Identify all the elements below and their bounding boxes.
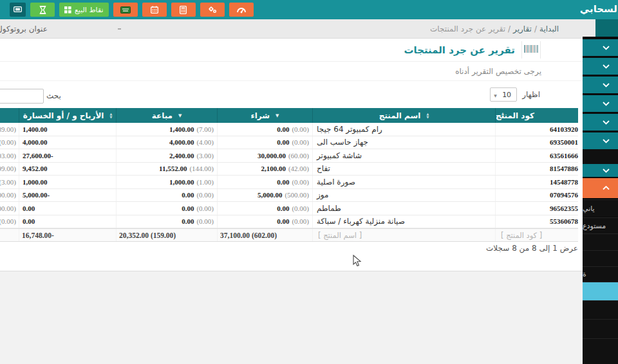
saudi-flag-button[interactable] (113, 3, 138, 17)
brand-name[interactable]: لسحابي (580, 3, 617, 15)
sidebar-item-5[interactable] (583, 114, 618, 131)
profit-value: 4,000.00 (23, 138, 48, 146)
table-row[interactable]: 07094576 موز 5,000.00(500.00) 0.00(0.00)… (0, 189, 578, 203)
product-code: 07094576 (500, 191, 578, 199)
submenu-item-4[interactable] (583, 250, 618, 266)
submenu-item-active[interactable] (583, 282, 618, 300)
chevron-down-icon (603, 102, 610, 106)
col-header-buy[interactable]: ▼ شراء (217, 108, 312, 123)
chevron-down-icon (603, 83, 610, 87)
sold-qty: (4.00) (196, 138, 214, 146)
sold-qty: (144.00) (189, 165, 214, 172)
buy-qty: (42.00) (288, 165, 309, 172)
submenu-item-8[interactable] (583, 338, 618, 364)
hourglass-button[interactable] (30, 3, 55, 17)
col-header-profit-loss[interactable]: ▲▼ الأرباح و / أو الخسارة (19, 108, 116, 123)
submenu-label-fragment: مستودع (583, 222, 606, 230)
buy-qty: (0.00) (292, 125, 309, 133)
toolbar: نقاط البيع (10, 3, 254, 17)
submenu-item-5[interactable]: ة (583, 266, 618, 282)
table-row[interactable]: 96562355 طماطم 0.00(0.00) 0.00(0.00) 0.0… (0, 202, 578, 215)
product-code: 69350001 (500, 138, 578, 146)
buy-value: 5,000.00 (258, 191, 283, 199)
sidebar-item-7[interactable] (583, 149, 618, 164)
sidebar-item-reports-expanded[interactable] (583, 178, 618, 198)
profit-value: 0.00 (23, 205, 35, 212)
col-header-clipped[interactable]: ▲▼ (0, 108, 19, 123)
col-header-label: مباعة (152, 111, 173, 120)
sold-value: 1,400.00 (169, 125, 194, 133)
breadcrumb-home-link[interactable]: البداية (539, 24, 559, 33)
sold-qty: (0.00) (196, 205, 214, 212)
clipped-value: 000.00) (0, 191, 16, 199)
table-row[interactable]: 81547886 تفاح 2,100.00(42.00) 11,552.00(… (0, 163, 578, 176)
sold-qty: (3.00) (196, 152, 214, 159)
buy-qty: (0.00) (292, 178, 309, 186)
show-entries-select[interactable]: ▼ 10 (490, 87, 517, 102)
product-code: 63561666 (500, 152, 578, 159)
table-row[interactable]: 55360678 صيانة منزلية كهرباء / سباكة 0.0… (0, 215, 578, 229)
sold-value: 11,552.00 (159, 165, 187, 172)
sold-value: 2,400.00 (169, 152, 194, 159)
col-header-label: الأرباح و / أو الخسارة (23, 111, 104, 120)
profit-value: 1,000.00 (23, 178, 48, 186)
sidebar-item-6[interactable] (583, 132, 618, 149)
col-header-sold[interactable]: ▼ مباعة (116, 108, 217, 123)
sort-icon: ▼ (276, 113, 279, 118)
sidebar: ياني مستودع ة (583, 37, 618, 364)
calendar-button[interactable] (142, 3, 167, 17)
col-header-label: اسم المنتج (379, 111, 421, 120)
buy-qty: (0.00) (292, 205, 309, 212)
breadcrumb-separator: / (534, 24, 537, 33)
page-title: تقرير عن جرد المنتجات (404, 44, 515, 56)
sidebar-item-3[interactable] (583, 77, 618, 93)
clipped-value: (3.00) (0, 178, 16, 186)
sidebar-item-2[interactable] (583, 58, 618, 75)
col-header-product-code[interactable]: ▲▼ كود المنتج (495, 108, 578, 123)
sidebar-header-block (595, 19, 618, 37)
breadcrumb-bar: البداية/تقارير/تقرير عن جرد المنتجات عنو… (0, 19, 595, 39)
buy-total: 37,100.00 (602.00) (218, 232, 312, 239)
sidebar-item-4[interactable] (583, 95, 618, 112)
table-row[interactable]: 63561666 شاشة كمبيوتر 30,000.00(60.00) 2… (0, 149, 578, 163)
page-subtitle: يرجى تخصيص التقرير أدناه (455, 67, 541, 76)
submenu-item-3[interactable] (583, 233, 618, 250)
gears-button[interactable] (200, 3, 225, 17)
pos-button-label: نقاط البيع (75, 6, 104, 14)
sidebar-item-8[interactable] (583, 164, 618, 177)
search-input[interactable] (0, 89, 44, 104)
profit-value: 27,600.00- (23, 152, 53, 159)
submenu-item-6[interactable] (583, 300, 618, 319)
table-row[interactable]: 69350001 جهاز حاسب الى 0.00(0.00) 4,000.… (0, 136, 578, 150)
breadcrumb-reports-link[interactable]: تقارير (513, 24, 532, 33)
clipped-value: 203.00) (0, 152, 16, 159)
sold-qty: (0.00) (196, 191, 214, 199)
product-name: صورة اصلية (312, 176, 495, 188)
show-entries-control: اظهار ▼ 10 (490, 87, 540, 102)
profit-value: 5,000.00- (23, 191, 50, 199)
table-row[interactable]: 64103920 رام كمبيوتر 64 جيجا 0.00(0.00) … (0, 123, 578, 136)
show-entries-value: 10 (502, 91, 511, 99)
sold-qty: (0.00) (196, 217, 214, 225)
sold-value: 0.00 (182, 217, 194, 225)
submenu-item-7[interactable] (583, 319, 618, 338)
sort-icon: ▲▼ (426, 113, 429, 118)
buy-value: 2,100.00 (261, 165, 286, 172)
app-root: { "app": { "brand_fragment": "لسحابي" },… (0, 0, 618, 364)
submenu-item-2[interactable]: مستودع (583, 217, 618, 233)
calculator-icon (180, 6, 187, 14)
mouse-cursor (353, 255, 362, 270)
table-header-row: ▲▼ كود المنتج ▲▼ اسم المنتج ▼ شراء ▼ مبا… (0, 108, 578, 123)
submenu-item-1[interactable]: ياني (583, 199, 618, 217)
ip-address-label-fragment: عنوان بروتوكول (0, 24, 48, 33)
gears-icon (208, 6, 217, 14)
calculator-button[interactable] (171, 3, 196, 17)
pos-button[interactable]: نقاط البيع (59, 3, 109, 17)
product-code: 14548778 (500, 178, 578, 186)
table-row[interactable]: 14548778 صورة اصلية 0.00(0.00) 1,000.00(… (0, 176, 578, 189)
dashboard-button[interactable] (229, 3, 254, 17)
sidebar-item-1[interactable] (583, 39, 618, 56)
product-code: 81547886 (500, 165, 578, 172)
col-header-product-name[interactable]: ▲▼ اسم المنتج (312, 108, 495, 123)
monitor-button[interactable] (10, 3, 26, 17)
